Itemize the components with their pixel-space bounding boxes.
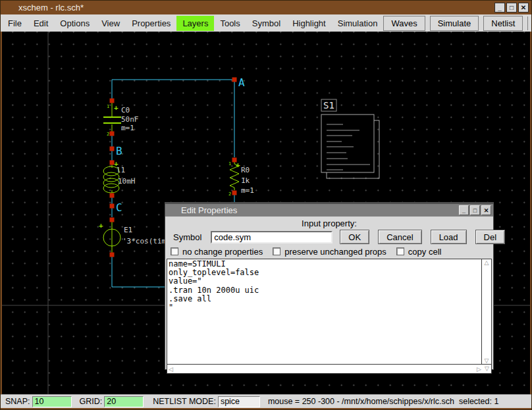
xschem-window: xschem - rlc.sch* _ □ ✕ File Edit Option… [0,0,532,410]
menu-layers[interactable]: Layers [176,16,214,31]
no-change-properties-label: no change properties [182,247,263,257]
close-button[interactable]: ✕ [518,3,529,13]
input-property-label: Input property: [165,217,493,230]
ok-button[interactable]: OK [340,230,369,244]
statusbar: SNAP: GRID: NETLIST MODE: mouse = 250 -3… [1,394,531,408]
menu-tools[interactable]: Tools [214,16,246,31]
grid-input[interactable] [104,396,144,407]
mouse-status-text: mouse = 250 -300 - /mnt/x/home/schippes/… [268,397,499,406]
menu-symbol[interactable]: Symbol [246,16,286,31]
menu-properties[interactable]: Properties [126,16,176,31]
res-mult: m=1 [241,186,254,195]
net-label-c[interactable]: C [116,201,122,214]
window-titlebar[interactable]: xschem - rlc.sch* _ □ ✕ [1,1,531,14]
preserve-unchanged-props-checkbox[interactable] [273,247,280,255]
cap-ref: C0 [121,106,130,115]
waves-button[interactable]: Waves [383,16,425,31]
net-label-b[interactable]: B [116,145,122,157]
scroll-up-icon[interactable]: △ [485,259,489,266]
src-ref: E1 [124,226,132,234]
dialog-minimize-button[interactable]: _ [459,205,469,215]
inductor-symbol[interactable]: + l1 10mH [103,159,136,193]
symbol-input[interactable] [211,231,332,243]
code-symbol[interactable]: S1 [321,99,379,178]
del-button[interactable]: Del [475,230,506,244]
menu-edit[interactable]: Edit [28,16,54,31]
menu-options[interactable]: Options [54,16,95,31]
menu-simulation[interactable]: Simulation [332,16,384,31]
symbol-row: Symbol OK Cancel Load Del [165,230,493,247]
snap-label: SNAP: [5,397,30,406]
menu-highlight[interactable]: Highlight [286,16,332,31]
horizontal-scrollbar[interactable]: ◁ ▷ [167,364,483,373]
ind-ref: l1 [117,166,125,174]
net-label-a[interactable]: A [238,76,245,89]
cap-plus-sign: + [114,103,119,112]
scrollbar-corner: ▽ [483,364,491,373]
cap-mult: m=1 [121,124,134,132]
cap-pin1-number: 1 [107,104,109,109]
copy-cell-checkbox[interactable] [396,247,404,255]
preserve-unchanged-props-label: preserve unchanged props [284,247,386,257]
edit-properties-dialog: Edit Properties _ □ ✕ Input property: Sy… [165,202,494,370]
help-button[interactable]: Help [527,16,532,30]
menubar: File Edit Options View Properties Layers… [1,14,531,32]
no-change-properties-checkbox[interactable] [171,247,178,255]
scroll-left-icon[interactable]: ◁ [169,366,173,372]
simulate-button[interactable]: Simulate [430,16,479,31]
vertical-scrollbar[interactable]: △ ▽ [482,259,491,364]
snap-input[interactable] [32,396,72,407]
net-labels[interactable]: A B C [116,76,245,214]
load-button[interactable]: Load [431,230,467,244]
window-controls: _ □ ✕ [494,3,531,13]
res-pin1-number: 1 [228,161,231,167]
src-plus-sign: + [99,221,103,230]
res-pin2-number: 2 [228,192,231,197]
schematic-canvas[interactable]: 1 2 + C0 50nF m=1 + l1 10mH [2,32,530,394]
scroll-right-icon[interactable]: ▷ [477,366,481,372]
property-text-area[interactable]: name=STIMULI only_toplevel=false value="… [167,259,482,364]
minimize-button[interactable]: _ [494,3,505,13]
cancel-button[interactable]: Cancel [378,230,421,244]
capacitor-symbol[interactable]: 1 2 + C0 50nF m=1 [103,103,139,137]
ind-value: 10mH [118,177,136,186]
dialog-close-button[interactable]: ✕ [481,205,491,215]
cap-value: 50nF [121,115,139,124]
netlist-mode-input[interactable] [218,396,260,407]
menu-view[interactable]: View [95,16,126,31]
scroll-down-icon[interactable]: ▽ [485,357,489,364]
menu-file[interactable]: File [2,16,28,31]
checkbox-row: no change properties preserve unchanged … [165,247,493,259]
netlist-mode-label: NETLIST MODE: [153,397,216,406]
window-title: xschem - rlc.sch* [1,3,84,13]
copy-cell-label: copy cell [408,247,442,257]
dialog-titlebar[interactable]: Edit Properties _ □ ✕ [165,203,493,217]
res-value: 1k [241,176,250,185]
netlist-button[interactable]: Netlist [483,16,523,31]
code-ref: S1 [323,100,334,111]
grid-label: GRID: [80,397,103,406]
dialog-controls: _ □ ✕ [459,205,493,215]
symbol-label: Symbol [173,232,201,242]
dialog-maximize-button[interactable]: □ [470,205,480,215]
property-text-area-frame: name=STIMULI only_toplevel=false value="… [167,259,492,374]
cap-pin2-number: 2 [107,132,109,137]
res-ref: R0 [241,166,250,174]
maximize-button[interactable]: □ [506,3,517,13]
dialog-title: Edit Properties [181,205,237,215]
